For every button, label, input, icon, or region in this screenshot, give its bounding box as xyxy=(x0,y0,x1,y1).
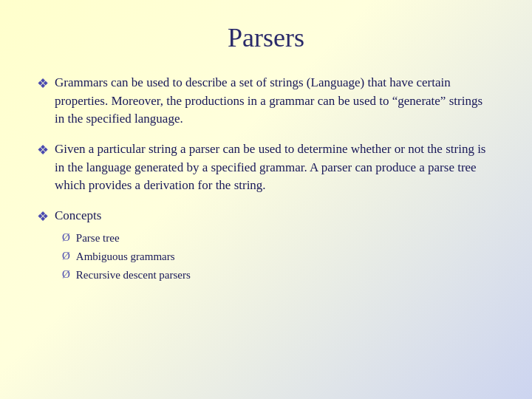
bullet-diamond-2: ❖ xyxy=(37,142,49,158)
bullet-item-3: ❖ Concepts Ø Parse tree Ø Ambiguous gram… xyxy=(37,207,495,284)
sub-bullets: Ø Parse tree Ø Ambiguous grammars Ø Recu… xyxy=(62,231,191,283)
bullet-diamond-1: ❖ xyxy=(37,75,49,92)
bullet-text-1: Grammars can be used to describe a set o… xyxy=(55,74,495,129)
sub-bullet-item-2: Ø Ambiguous grammars xyxy=(62,249,191,265)
bullet-item-2: ❖ Given a particular string a parser can… xyxy=(37,140,495,195)
bullet-text-3: Concepts xyxy=(55,208,101,222)
sub-bullet-text-2: Ambiguous grammars xyxy=(76,249,175,265)
sub-bullet-arrow-3: Ø xyxy=(62,268,70,281)
bullet-3-content: Concepts Ø Parse tree Ø Ambiguous gramma… xyxy=(55,207,191,284)
bullet-diamond-3: ❖ xyxy=(37,208,49,225)
bullet-text-2: Given a particular string a parser can b… xyxy=(55,140,495,195)
content-area: ❖ Grammars can be used to describe a set… xyxy=(37,74,495,283)
sub-bullet-arrow-2: Ø xyxy=(62,250,70,262)
sub-bullet-item-3: Ø Recursive descent parsers xyxy=(62,267,191,283)
slide: Parsers ❖ Grammars can be used to descri… xyxy=(0,0,532,399)
sub-bullet-text-1: Parse tree xyxy=(76,231,120,246)
sub-bullet-text-3: Recursive descent parsers xyxy=(76,267,191,283)
sub-bullet-arrow-1: Ø xyxy=(62,231,70,244)
slide-title: Parsers xyxy=(37,22,495,53)
bullet-item-1: ❖ Grammars can be used to describe a set… xyxy=(37,74,495,129)
sub-bullet-item-1: Ø Parse tree xyxy=(62,231,191,246)
